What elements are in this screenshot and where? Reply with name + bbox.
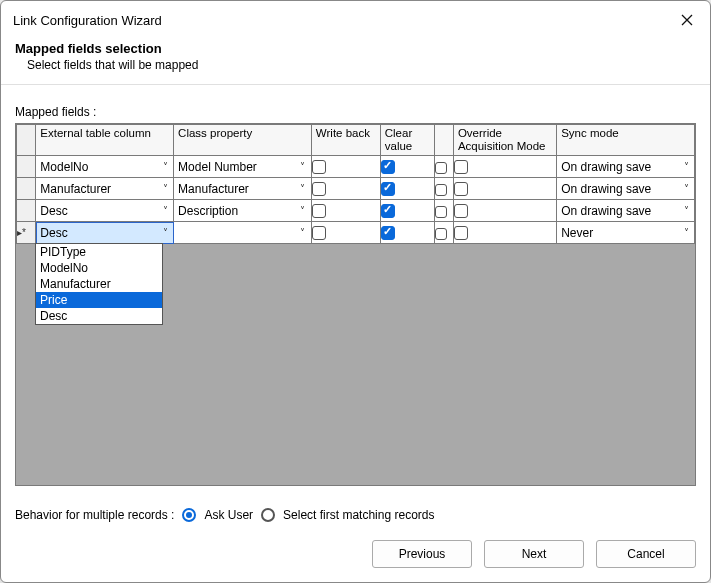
override-cell[interactable] <box>453 156 556 178</box>
radio-ask-user[interactable] <box>182 508 196 522</box>
row-marker[interactable] <box>17 156 36 178</box>
row-marker[interactable] <box>17 178 36 200</box>
row-marker[interactable]: ▸* <box>17 222 36 244</box>
override-cell[interactable] <box>453 200 556 222</box>
class-property-cell[interactable]: Manufacturer˅ <box>174 178 312 200</box>
checkbox[interactable] <box>312 226 326 240</box>
clear-value-cell[interactable] <box>380 200 434 222</box>
dropdown-option[interactable]: Manufacturer <box>36 276 162 292</box>
external-column-value: Desc <box>36 204 157 218</box>
external-column-value: Desc <box>36 226 157 240</box>
checkbox[interactable] <box>381 226 395 240</box>
previous-button[interactable]: Previous <box>372 540 472 568</box>
chevron-down-icon: ˅ <box>157 227 173 238</box>
class-property-cell[interactable]: ˅ <box>174 222 312 244</box>
dialog-title: Link Configuration Wizard <box>13 13 676 28</box>
next-button[interactable]: Next <box>484 540 584 568</box>
chevron-down-icon: ˅ <box>295 183 311 194</box>
checkbox[interactable] <box>312 182 326 196</box>
checkbox[interactable] <box>381 160 395 174</box>
dropdown-option[interactable]: Price <box>36 292 162 308</box>
sync-mode-cell[interactable]: Never˅ <box>557 222 695 244</box>
clear-value-cell[interactable] <box>380 178 434 200</box>
sync-mode-cell[interactable]: On drawing save˅ <box>557 200 695 222</box>
col-sync-mode[interactable]: Sync mode <box>557 125 695 156</box>
chevron-down-icon: ˅ <box>157 183 173 194</box>
external-column-cell[interactable]: Desc˅ <box>36 222 174 244</box>
checkbox[interactable] <box>454 182 468 196</box>
checkbox[interactable] <box>454 204 468 218</box>
col-override[interactable]: Override Acquisition Mode <box>453 125 556 156</box>
behavior-row: Behavior for multiple records : Ask User… <box>1 496 710 522</box>
sync-mode-cell[interactable]: On drawing save˅ <box>557 156 695 178</box>
cancel-button[interactable]: Cancel <box>596 540 696 568</box>
col-external[interactable]: External table column <box>36 125 174 156</box>
clear-value-cell[interactable] <box>380 156 434 178</box>
external-column-cell[interactable]: Manufacturer˅ <box>36 178 174 200</box>
narrow-cell[interactable] <box>434 156 453 178</box>
clear-value-cell[interactable] <box>380 222 434 244</box>
external-column-cell[interactable]: ModelNo˅ <box>36 156 174 178</box>
chevron-down-icon: ˅ <box>295 161 311 172</box>
mapped-fields-grid: External table column Class property Wri… <box>15 123 696 486</box>
chevron-down-icon: ˅ <box>678 205 694 216</box>
narrow-cell[interactable] <box>434 200 453 222</box>
sync-mode-value: On drawing save <box>557 204 678 218</box>
table-row: Manufacturer˅Manufacturer˅On drawing sav… <box>17 178 695 200</box>
write-back-cell[interactable] <box>311 156 380 178</box>
chevron-down-icon: ˅ <box>295 205 311 216</box>
col-write-back[interactable]: Write back <box>311 125 380 156</box>
footer: Previous Next Cancel <box>1 522 710 582</box>
col-narrow[interactable] <box>434 125 453 156</box>
mapped-fields-label: Mapped fields : <box>15 105 696 119</box>
external-column-dropdown[interactable]: PIDTypeModelNoManufacturerPriceDesc <box>35 243 163 325</box>
behavior-label: Behavior for multiple records : <box>15 508 174 522</box>
wizard-dialog: Link Configuration Wizard Mapped fields … <box>0 0 711 583</box>
table-row: Desc˅Description˅On drawing save˅ <box>17 200 695 222</box>
dropdown-option[interactable]: PIDType <box>36 244 162 260</box>
radio-select-first-label[interactable]: Select first matching records <box>283 508 434 522</box>
write-back-cell[interactable] <box>311 178 380 200</box>
radio-ask-user-label[interactable]: Ask User <box>204 508 253 522</box>
table-row: ▸*Desc˅˅Never˅ <box>17 222 695 244</box>
wizard-header: Mapped fields selection Select fields th… <box>1 37 710 85</box>
override-cell[interactable] <box>453 178 556 200</box>
checkbox[interactable] <box>454 226 468 240</box>
dropdown-option[interactable]: ModelNo <box>36 260 162 276</box>
chevron-down-icon: ˅ <box>295 227 311 238</box>
checkbox[interactable] <box>381 204 395 218</box>
radio-select-first[interactable] <box>261 508 275 522</box>
class-property-value: Description <box>174 204 295 218</box>
override-cell[interactable] <box>453 222 556 244</box>
sync-mode-value: Never <box>557 226 678 240</box>
class-property-value: Model Number <box>174 160 295 174</box>
dropdown-option[interactable]: Desc <box>36 308 162 324</box>
checkbox[interactable] <box>381 182 395 196</box>
checkbox[interactable] <box>312 160 326 174</box>
chevron-down-icon: ˅ <box>678 183 694 194</box>
chevron-down-icon: ˅ <box>157 161 173 172</box>
write-back-cell[interactable] <box>311 222 380 244</box>
page-subheading: Select fields that will be mapped <box>15 58 696 72</box>
checkbox[interactable] <box>435 162 447 174</box>
narrow-cell[interactable] <box>434 178 453 200</box>
narrow-cell[interactable] <box>434 222 453 244</box>
write-back-cell[interactable] <box>311 200 380 222</box>
checkbox[interactable] <box>435 184 447 196</box>
chevron-down-icon: ˅ <box>678 161 694 172</box>
close-icon[interactable] <box>676 9 698 31</box>
sync-mode-cell[interactable]: On drawing save˅ <box>557 178 695 200</box>
external-column-value: Manufacturer <box>36 182 157 196</box>
external-column-value: ModelNo <box>36 160 157 174</box>
checkbox[interactable] <box>435 206 447 218</box>
class-property-cell[interactable]: Model Number˅ <box>174 156 312 178</box>
checkbox[interactable] <box>454 160 468 174</box>
checkbox[interactable] <box>435 228 447 240</box>
title-bar: Link Configuration Wizard <box>1 1 710 37</box>
row-marker[interactable] <box>17 200 36 222</box>
external-column-cell[interactable]: Desc˅ <box>36 200 174 222</box>
col-clear-value[interactable]: Clear value <box>380 125 434 156</box>
checkbox[interactable] <box>312 204 326 218</box>
col-class[interactable]: Class property <box>174 125 312 156</box>
class-property-cell[interactable]: Description˅ <box>174 200 312 222</box>
